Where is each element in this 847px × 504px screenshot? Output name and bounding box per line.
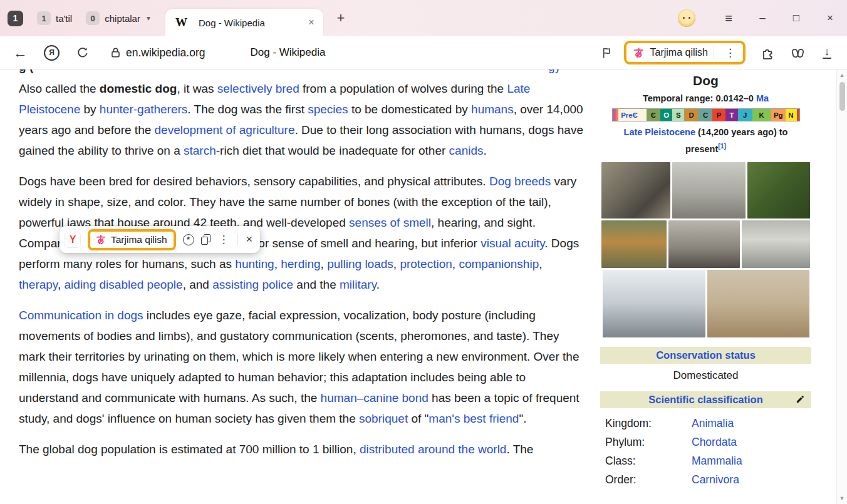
article-link[interactable]: canids bbox=[449, 144, 484, 157]
conservation-status-header[interactable]: Conservation status bbox=[600, 347, 811, 364]
reload-icon[interactable] bbox=[75, 46, 91, 59]
timescale-segment[interactable]: Pg bbox=[771, 109, 786, 121]
article-link[interactable]: species bbox=[308, 103, 348, 116]
minimize-icon[interactable]: – bbox=[746, 12, 779, 24]
timescale-segment[interactable]: J bbox=[738, 109, 752, 121]
timescale-segment[interactable]: PreЄ bbox=[613, 109, 647, 121]
translate-more-icon[interactable]: ⋮ bbox=[720, 46, 740, 59]
edit-pencil-icon[interactable] bbox=[796, 394, 805, 404]
vertical-scrollbar[interactable]: ▲ ▼ bbox=[836, 69, 847, 504]
article-link[interactable]: pulling loads bbox=[327, 257, 393, 270]
dog-photo[interactable] bbox=[603, 270, 705, 337]
article-link[interactable]: selectively bred bbox=[217, 82, 299, 95]
article-link[interactable]: hunting bbox=[235, 257, 274, 270]
yandex-icon[interactable]: Я bbox=[44, 45, 60, 61]
timescale-bar[interactable]: PreЄЄOSDCPTJKPgN bbox=[612, 108, 800, 121]
timescale-segment[interactable]: P bbox=[712, 109, 725, 121]
article-link[interactable]: development of agriculture bbox=[155, 123, 295, 136]
lock-icon[interactable] bbox=[108, 46, 122, 59]
order-link[interactable]: Carnivora bbox=[692, 473, 739, 486]
paragraph-1: Also called the domestic dog, it was sel… bbox=[19, 78, 584, 161]
tab-group-chip[interactable]: 1 bbox=[8, 11, 23, 26]
article-link[interactable]: starch bbox=[184, 144, 216, 157]
ma-link[interactable]: Ma bbox=[756, 93, 769, 103]
table-row: Kingdom: Animalia bbox=[600, 414, 811, 433]
article-link[interactable]: military bbox=[340, 278, 377, 291]
kingdom-link[interactable]: Animalia bbox=[692, 417, 734, 430]
dog-photo[interactable] bbox=[742, 220, 810, 268]
profile-avatar[interactable] bbox=[678, 9, 695, 27]
active-tab[interactable]: W Dog - Wikipedia × bbox=[165, 9, 323, 36]
article-link[interactable]: aiding disabled people bbox=[65, 278, 183, 291]
article-text-segment: , bbox=[393, 257, 400, 270]
article-link[interactable]: human–canine bond bbox=[321, 391, 429, 404]
article-link[interactable]: assisting police bbox=[212, 278, 293, 291]
scroll-up-icon[interactable]: ▲ bbox=[837, 72, 847, 78]
article-link[interactable]: visual acuity bbox=[481, 237, 544, 250]
scientific-classification-header[interactable]: Scientific classification bbox=[600, 391, 811, 408]
article-text-segment: . The bbox=[506, 443, 533, 456]
extensions-puzzle-icon[interactable] bbox=[759, 46, 776, 60]
clipped-link-fragment[interactable]: gy bbox=[548, 69, 561, 77]
url-host[interactable]: en.wikipedia.org bbox=[126, 46, 205, 59]
timescale-segment[interactable]: Є bbox=[647, 109, 661, 121]
scroll-down-icon[interactable]: ▼ bbox=[837, 495, 847, 501]
divider bbox=[237, 234, 238, 246]
download-icon[interactable]: ↓ bbox=[819, 47, 834, 59]
timescale-segment[interactable]: C bbox=[699, 109, 713, 121]
gloves-icon[interactable] bbox=[789, 46, 806, 60]
article-link[interactable]: distributed around the world bbox=[360, 443, 506, 456]
article-link[interactable]: therapy bbox=[19, 278, 58, 291]
article-link[interactable]: sobriquet bbox=[359, 412, 408, 425]
article-link[interactable]: Communication in dogs bbox=[19, 309, 143, 322]
dog-photo[interactable] bbox=[668, 220, 740, 268]
article-text-segment: to be domesticated by bbox=[348, 103, 471, 116]
dog-photo[interactable] bbox=[601, 220, 667, 268]
timescale-segment[interactable]: N bbox=[786, 109, 797, 121]
article-link[interactable]: hunter-gatherers bbox=[100, 103, 187, 116]
timescale-segment[interactable]: D bbox=[684, 109, 699, 121]
omnibox-page-title[interactable]: Dog - Wikipedia bbox=[250, 46, 325, 59]
scrollbar-thumb[interactable] bbox=[839, 82, 845, 111]
translate-icon bbox=[95, 234, 107, 245]
copy-icon[interactable] bbox=[201, 234, 210, 245]
dog-photo[interactable] bbox=[601, 162, 670, 219]
article-link[interactable]: humans bbox=[471, 103, 514, 116]
late-pleistocene-link[interactable]: Late Pleistocene bbox=[624, 127, 695, 137]
reference-1[interactable]: [1] bbox=[718, 142, 726, 150]
neuro-icon[interactable]: * bbox=[183, 234, 194, 245]
background-tab-tatil[interactable]: 1 ta'til bbox=[37, 11, 72, 25]
timescale-segment[interactable]: O bbox=[660, 109, 672, 121]
maximize-icon[interactable]: □ bbox=[779, 12, 813, 24]
phylum-link[interactable]: Chordata bbox=[692, 436, 737, 449]
article-link[interactable]: companionship bbox=[459, 257, 539, 270]
dog-photo[interactable] bbox=[747, 162, 810, 219]
article-link[interactable]: Dog breeds bbox=[489, 175, 551, 188]
window-close-icon[interactable]: × bbox=[813, 12, 847, 24]
wikipedia-favicon: W bbox=[175, 16, 187, 29]
menu-icon[interactable]: ≡ bbox=[712, 11, 746, 26]
popup-translate-button[interactable]: Tarjima qilish bbox=[88, 229, 176, 250]
species-infobox: Dog Temporal range: 0.0142–0 Ma PreЄЄOSD… bbox=[600, 71, 811, 490]
article-link[interactable]: man's best friend bbox=[429, 412, 519, 425]
new-tab-button[interactable]: + bbox=[332, 10, 350, 26]
article-link[interactable]: herding bbox=[281, 257, 320, 270]
timescale-segment[interactable]: T bbox=[725, 109, 738, 121]
paragraph-3: Communication in dogs includes eye gaze,… bbox=[19, 305, 584, 429]
timescale-segment[interactable]: K bbox=[752, 109, 771, 121]
timescale-segment[interactable]: S bbox=[672, 109, 684, 121]
tab-close-icon[interactable]: × bbox=[307, 16, 316, 29]
yandex-search-icon[interactable]: Y bbox=[65, 232, 81, 248]
article-link[interactable]: senses of smell bbox=[349, 216, 431, 229]
more-icon[interactable]: ⋮ bbox=[217, 233, 231, 246]
background-tab-chiptalar[interactable]: 0 chiptalar ▾ bbox=[86, 11, 150, 25]
dog-photo[interactable] bbox=[672, 162, 746, 219]
class-link[interactable]: Mammalia bbox=[692, 455, 742, 468]
close-icon[interactable]: × bbox=[245, 233, 254, 246]
chevron-down-icon[interactable]: ▾ bbox=[147, 14, 150, 23]
dog-photo[interactable] bbox=[707, 270, 809, 337]
article-link[interactable]: protection bbox=[400, 257, 452, 270]
back-icon[interactable]: ← bbox=[11, 44, 29, 61]
translate-button[interactable]: Tarjima qilish ⋮ bbox=[624, 41, 746, 64]
bookmark-flag-icon[interactable] bbox=[599, 46, 615, 59]
